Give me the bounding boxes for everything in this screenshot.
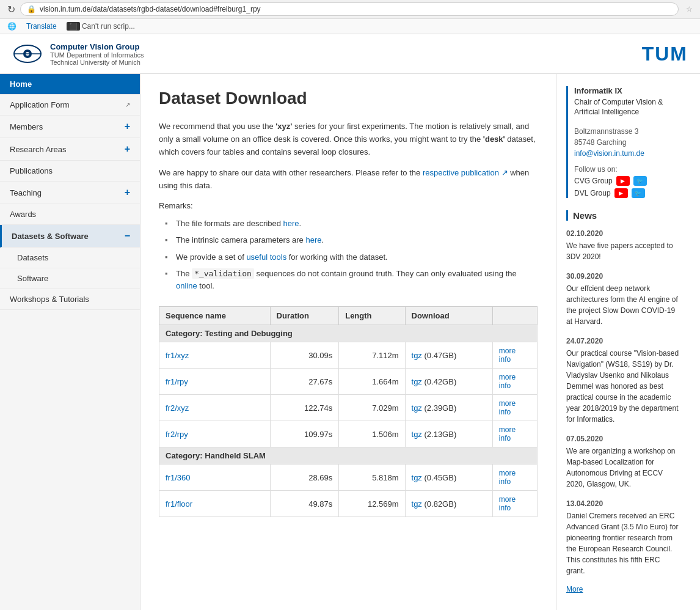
sequence-name: fr1/xyz xyxy=(159,342,271,369)
more-news-link[interactable]: More xyxy=(566,585,680,593)
sequence-more-info: moreinfo xyxy=(492,421,537,447)
sequence-download: tgz (2.13GB) xyxy=(405,421,492,447)
sequence-duration: 28.69s xyxy=(270,465,339,491)
remarks-label: Remarks: xyxy=(159,201,538,210)
download-link[interactable]: tgz xyxy=(412,377,422,386)
more-info-button[interactable]: more xyxy=(499,373,531,381)
dvl-twitter-icon[interactable]: 🐦 xyxy=(632,188,645,198)
sequence-length: 7.029m xyxy=(339,395,405,421)
table-header-row: Sequence name Duration Length Download xyxy=(159,307,538,325)
application-form-label: Application Form xyxy=(10,100,70,109)
table-row: fr1/rpy27.67s1.664mtgz (0.42GB)moreinfo xyxy=(159,369,538,395)
research-areas-toggle[interactable]: + xyxy=(125,144,130,155)
dvl-youtube-icon[interactable]: ▶ xyxy=(614,188,628,198)
params-link[interactable]: here xyxy=(305,235,321,244)
main-content: Dataset Download We recommend that you u… xyxy=(140,74,556,610)
org-street: Boltzmannstrasse 3 85748 Garching info@v… xyxy=(574,126,680,159)
cvg-youtube-icon[interactable]: ▶ xyxy=(616,176,630,186)
sidebar-item-datasets[interactable]: Datasets xyxy=(0,248,140,268)
download-link[interactable]: tgz xyxy=(412,430,422,439)
more-info-button[interactable]: more xyxy=(499,495,531,504)
info-label: info xyxy=(499,408,531,416)
news-text: Daniel Cremers received an ERC Advanced … xyxy=(566,510,680,576)
news-date: 07.05.2020 xyxy=(566,433,680,444)
members-label: Members xyxy=(10,122,43,131)
sequence-duration: 109.97s xyxy=(270,421,339,447)
translate-bar: 🌐 Translate ⬛ Can't run scrip... xyxy=(0,19,700,34)
download-link[interactable]: tgz xyxy=(412,403,422,413)
sidebar-item-home[interactable]: Home xyxy=(0,74,140,95)
news-date: 24.07.2020 xyxy=(566,336,680,347)
intro-paragraph-1: We recommend that you use the 'xyz' seri… xyxy=(159,120,538,158)
sidebar-item-research-areas[interactable]: Research Areas + xyxy=(0,138,140,161)
browser-toolbar: ↻ 🔒 vision.in.tum.de/data/datasets/rgbd-… xyxy=(0,0,700,19)
table-row: fr1/xyz30.09s7.112mtgz (0.47GB)moreinfo xyxy=(159,342,538,369)
org-email[interactable]: info@vision.in.tum.de xyxy=(574,149,644,158)
org-line1: Computer Vision Group xyxy=(50,42,144,51)
org-chair: Chair of Computer Vision & xyxy=(574,98,680,106)
sequence-length: 1.664m xyxy=(339,369,405,395)
site-header: Computer Vision Group TUM Department of … xyxy=(0,34,700,74)
translate-icon: 🌐 xyxy=(7,22,16,31)
datasets-software-label: Datasets & Software xyxy=(12,232,89,241)
sequence-link[interactable]: fr1/xyz xyxy=(166,351,189,360)
news-items-container: 02.10.2020We have five papers accepted t… xyxy=(566,228,680,576)
sidebar-item-workshops-tutorials[interactable]: Workshops & Tutorials xyxy=(0,289,140,310)
sidebar-item-teaching[interactable]: Teaching + xyxy=(0,182,140,204)
info-label: info xyxy=(499,504,531,512)
url-bar[interactable]: 🔒 vision.in.tum.de/data/datasets/rgbd-da… xyxy=(20,2,679,16)
info-label: info xyxy=(499,355,531,364)
refresh-icon[interactable]: ↻ xyxy=(7,4,15,15)
sidebar-item-datasets-software[interactable]: Datasets & Software − xyxy=(0,225,140,248)
col-length: Length xyxy=(339,307,405,325)
lock-icon: 🔒 xyxy=(27,5,36,13)
dvl-group-row: DVL Group ▶ 🐦 xyxy=(574,188,680,198)
cant-run-label: ⬛ Can't run scrip... xyxy=(67,22,135,31)
follow-section: Follow us on: CVG Group ▶ 🐦 DVL Group ▶ … xyxy=(574,165,680,198)
sidebar-item-members[interactable]: Members + xyxy=(0,116,140,138)
news-item: 30.09.2020Our effcient deep network arch… xyxy=(566,271,680,327)
sidebar-item-application-form[interactable]: Application Form ↗ xyxy=(0,95,140,116)
online-link[interactable]: online xyxy=(176,281,197,290)
datasets-software-toggle[interactable]: − xyxy=(125,230,130,241)
news-date: 02.10.2020 xyxy=(566,228,680,239)
download-link[interactable]: tgz xyxy=(412,473,422,482)
intro-paragraph-2: We are happy to share our data with othe… xyxy=(159,167,538,193)
members-toggle[interactable]: + xyxy=(125,121,130,132)
workshops-tutorials-label: Workshops & Tutorials xyxy=(10,295,89,304)
software-label: Software xyxy=(17,274,48,283)
tools-link[interactable]: useful tools xyxy=(246,252,286,262)
sequence-length: 12.569m xyxy=(339,491,405,517)
sequence-link[interactable]: fr1/360 xyxy=(166,473,190,482)
sequence-link[interactable]: fr1/rpy xyxy=(166,377,188,386)
sequence-more-info: moreinfo xyxy=(492,369,537,395)
more-info-button[interactable]: more xyxy=(499,347,531,355)
sidebar-item-publications[interactable]: Publications xyxy=(0,161,140,182)
sequence-more-info: moreinfo xyxy=(492,342,537,369)
sidebar-item-awards[interactable]: Awards xyxy=(0,204,140,225)
sequence-download: tgz (0.45GB) xyxy=(405,465,492,491)
sequence-link[interactable]: fr2/rpy xyxy=(166,430,188,439)
more-info-button[interactable]: more xyxy=(499,425,531,434)
right-sidebar: Informatik IX Chair of Computer Vision &… xyxy=(556,74,690,610)
teaching-toggle[interactable]: + xyxy=(125,187,130,198)
bullet-item-2: The intrinsic camera parameters are here… xyxy=(165,232,538,249)
sidebar-item-software[interactable]: Software xyxy=(0,268,140,289)
sequence-length: 5.818m xyxy=(339,465,405,491)
more-info-button[interactable]: more xyxy=(499,469,531,477)
publication-link[interactable]: respective publication ↗ xyxy=(423,168,508,177)
download-link[interactable]: tgz xyxy=(412,499,422,509)
sequence-download: tgz (0.47GB) xyxy=(405,342,492,369)
research-areas-label: Research Areas xyxy=(10,145,67,154)
download-link[interactable]: tgz xyxy=(412,351,422,360)
cvg-twitter-icon[interactable]: 🐦 xyxy=(633,176,647,186)
sequence-link[interactable]: fr2/xyz xyxy=(166,403,189,413)
news-date: 13.04.2020 xyxy=(566,498,680,509)
formats-link[interactable]: here xyxy=(283,219,299,228)
info-label: info xyxy=(499,381,531,390)
more-info-button[interactable]: more xyxy=(499,399,531,408)
translate-label[interactable]: Translate xyxy=(26,22,57,31)
sequence-link[interactable]: fr1/floor xyxy=(166,499,192,509)
dataset-table: Sequence name Duration Length Download C… xyxy=(159,306,538,517)
bookmark-icon[interactable]: ☆ xyxy=(686,5,693,13)
